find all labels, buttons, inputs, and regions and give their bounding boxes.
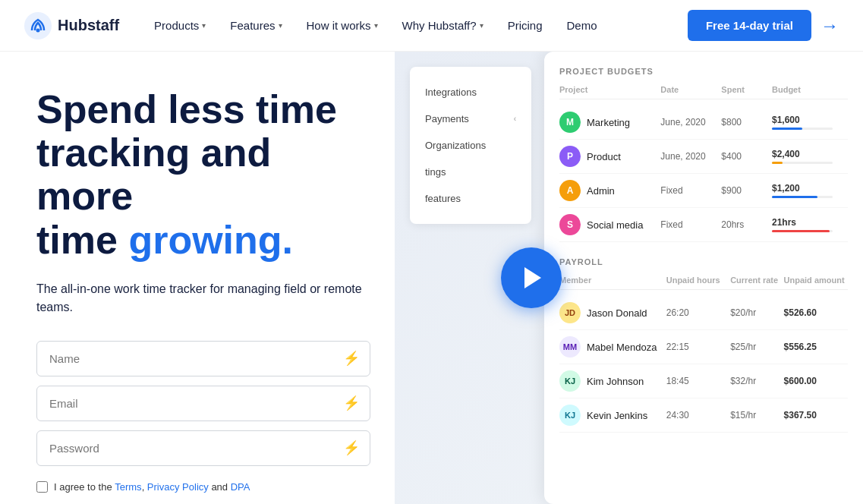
why-hubstaff-chevron-icon: ▾ (480, 21, 483, 30)
name-field-wrap: ⚡ (36, 341, 370, 376)
avatar-kevin: KJ (559, 405, 581, 426)
nav-item-demo[interactable]: Demo (556, 13, 608, 38)
signup-form: ⚡ ⚡ ⚡ I agree to the Terms, Privacy Poli… (36, 341, 370, 493)
header-project: Project (559, 85, 660, 94)
dashboard-card: PROJECT BUDGETS Project Date Spent Budge… (544, 52, 863, 504)
features-chevron-icon: ▾ (279, 21, 282, 30)
project-avatar-admin: A (559, 180, 581, 201)
terms-checkbox[interactable] (36, 481, 48, 493)
nav-links: Products ▾ Features ▾ How it works ▾ Why… (143, 13, 688, 38)
avatar-jason: JD (559, 302, 581, 323)
play-button-wrap (501, 247, 562, 308)
sidebar-item-organizations[interactable]: Organizations (410, 132, 531, 159)
project-budgets-section: PROJECT BUDGETS Project Date Spent Budge… (559, 67, 848, 242)
play-triangle-icon (524, 267, 541, 288)
project-row-social-media: S Social media Fixed 20hrs 21hrs (559, 208, 848, 242)
svg-point-0 (24, 12, 52, 39)
nav-item-how-it-works[interactable]: How it works ▾ (296, 13, 389, 38)
header-budget: Budget (772, 85, 848, 94)
products-chevron-icon: ▾ (202, 21, 206, 30)
navbar: Hubstaff Products ▾ Features ▾ How it wo… (0, 0, 863, 52)
how-it-works-chevron-icon: ▾ (374, 21, 378, 30)
sidebar-item-payments[interactable]: Payments ‹ (410, 106, 531, 132)
hero-section: Spend less time tracking and more time g… (0, 52, 395, 504)
email-input[interactable] (36, 386, 370, 421)
password-field-wrap: ⚡ (36, 430, 370, 466)
terms-row: I agree to the Terms, Privacy Policy and… (36, 481, 370, 493)
sidebar-item-features[interactable]: features (410, 185, 531, 212)
payroll-section: PAYROLL Member Unpaid hours Current rate… (559, 257, 848, 433)
header-member: Member (559, 276, 666, 285)
logo-icon (24, 12, 52, 39)
nav-item-products[interactable]: Products ▾ (143, 13, 216, 38)
payroll-title: PAYROLL (559, 257, 848, 266)
nav-item-why-hubstaff[interactable]: Why Hubstaff? ▾ (392, 13, 494, 38)
nav-item-features[interactable]: Features ▾ (219, 13, 292, 38)
project-avatar-social: S (559, 214, 581, 235)
dpa-link[interactable]: DPA (231, 481, 250, 493)
payroll-row-kevin: KJ Kevin Jenkins 24:30 $15/hr $367.50 (559, 398, 848, 433)
sidebar-item-settings[interactable]: tings (410, 159, 531, 185)
header-unpaid-amount: Unpaid amount (784, 276, 848, 285)
free-trial-button[interactable]: Free 14-day trial (688, 10, 811, 41)
project-budgets-title: PROJECT BUDGETS (559, 67, 848, 76)
nav-right: Free 14-day trial → (688, 10, 839, 41)
project-row-admin: A Admin Fixed $900 $1,200 (559, 174, 848, 208)
name-input-icon: ⚡ (343, 350, 360, 367)
hero-headline: Spend less time tracking and more time g… (36, 88, 370, 262)
project-row-product: P Product June, 2020 $400 $2,400 (559, 140, 848, 174)
payroll-row-kim: KJ Kim Johnson 18:45 $32/hr $600.00 (559, 364, 848, 398)
sidebar-panel: Integrations Payments ‹ Organizations ti… (410, 67, 531, 224)
name-input[interactable] (36, 341, 370, 376)
svg-point-1 (36, 28, 40, 32)
project-avatar-marketing: M (559, 112, 581, 133)
password-input-icon: ⚡ (343, 439, 360, 456)
logo[interactable]: Hubstaff (24, 12, 119, 39)
avatar-kim: KJ (559, 370, 581, 392)
email-field-wrap: ⚡ (36, 386, 370, 421)
password-input[interactable] (36, 430, 370, 466)
logo-text: Hubstaff (58, 17, 119, 34)
login-icon[interactable]: → (820, 15, 839, 36)
project-budgets-header: Project Date Spent Budget (559, 85, 848, 99)
header-unpaid-hours: Unpaid hours (666, 276, 730, 285)
hero-subtext: The all-in-one work time tracker for man… (36, 280, 370, 317)
project-avatar-product: P (559, 146, 581, 167)
terms-text: I agree to the Terms, Privacy Policy and… (54, 481, 250, 493)
payroll-header: Member Unpaid hours Current rate Unpaid … (559, 276, 848, 290)
avatar-mabel: MM (559, 336, 581, 358)
project-row-marketing: M Marketing June, 2020 $800 $1,600 (559, 106, 848, 140)
header-date: Date (660, 85, 721, 94)
play-button[interactable] (501, 247, 562, 308)
nav-item-pricing[interactable]: Pricing (497, 13, 553, 38)
payroll-row-jason: JD Jason Donald 26:20 $20/hr $526.60 (559, 296, 848, 330)
main-content: Spend less time tracking and more time g… (0, 52, 863, 504)
payroll-row-mabel: MM Mabel Mendoza 22:15 $25/hr $556.25 (559, 330, 848, 364)
terms-link[interactable]: Terms (115, 481, 141, 493)
payments-chevron-icon: ‹ (514, 115, 516, 123)
privacy-policy-link[interactable]: Privacy Policy (147, 481, 209, 493)
header-current-rate: Current rate (730, 276, 783, 285)
header-spent: Spent (721, 85, 772, 94)
sidebar-item-integrations[interactable]: Integrations (410, 79, 531, 106)
email-input-icon: ⚡ (343, 395, 360, 411)
dashboard-area: Integrations Payments ‹ Organizations ti… (395, 52, 863, 504)
